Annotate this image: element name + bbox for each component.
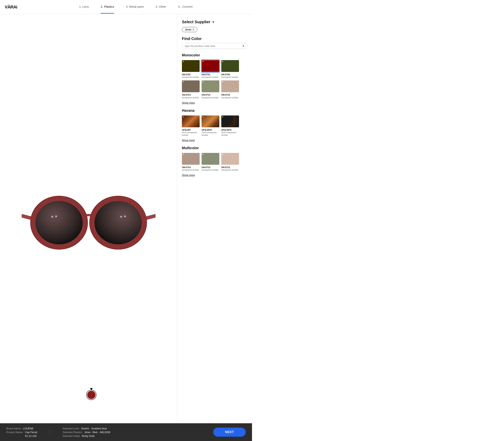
svg-point-3 (35, 201, 83, 244)
selected-plastics-label: Selected Plastics: (63, 431, 83, 434)
header: VÀRAi 1. Lens 2. Plastics 3. Metal parts… (0, 0, 252, 14)
footer-right: NEXT (213, 428, 246, 437)
search-clear-button[interactable]: X (243, 44, 244, 47)
find-color-title: Find Color (182, 36, 247, 41)
selected-lens-label: Selected Lens: (63, 427, 80, 430)
footer-metal-row: Selected metal: Rusty Gold (63, 435, 110, 438)
selected-color-indicator[interactable] (87, 390, 96, 400)
brand-name-label: Brand Name: (6, 427, 21, 430)
havana-show-more[interactable]: Show more (182, 139, 195, 142)
category-havana-title: Havana (182, 109, 247, 113)
supplier-remove-button[interactable]: X (193, 28, 194, 31)
svg-point-6 (51, 216, 53, 218)
footer-product-size-row: Product Name: 52-12-140 (6, 435, 37, 438)
svg-point-7 (55, 215, 57, 217)
category-monocolor-title: Monocolor (182, 53, 247, 57)
sunglasses-svg (22, 177, 156, 260)
footer-brand-name-row: Brand Name: LOUÈNE (6, 427, 37, 430)
svg-point-8 (120, 216, 122, 218)
swatch-un0720[interactable]: UN-0720 transparant acetate (221, 60, 239, 79)
supplier-tag[interactable]: Jimei X (182, 27, 197, 32)
tab-other[interactable]: 4. Other (156, 5, 166, 9)
footer: Brand Name: LOUÈNE Product Name: Cap Fer… (0, 423, 252, 441)
category-multicolor-title: Multicolor (182, 146, 247, 150)
select-supplier-title: Select Supplier ▼ (182, 20, 247, 24)
swatch-mc0713[interactable]: UN-0713 transparant acetate (202, 153, 219, 171)
footer-col-selections: Selected Lens: Shamir - Gradient blue Se… (63, 427, 110, 438)
footer-product-name-row: Product Name: Cap Ferrat (6, 431, 37, 434)
footer-plastics-row: Selected Plastics: Jimei - Red - JM13209 (63, 431, 110, 434)
swatch-ufq007[interactable]: UFQ-007 Semi transparant acetate (182, 115, 200, 136)
next-button[interactable]: NEXT (213, 428, 246, 437)
tab-metal[interactable]: 3. Metal parts (126, 5, 144, 9)
monocolor-grid: UN-0722 transparant acetate UN-0721 tran… (182, 60, 247, 79)
product-name-label: Product Name: (6, 431, 23, 434)
swatch-ufq0075[interactable]: UFQ-0075 Semi transparant acetate (221, 115, 239, 136)
selected-metal-label: Selected metal: (63, 435, 80, 438)
logo: VÀRAi (5, 4, 24, 10)
footer-col-brand: Brand Name: LOUÈNE Product Name: Cap Fer… (6, 427, 37, 438)
product-image-area (0, 14, 177, 423)
svg-point-5 (94, 201, 142, 244)
footer-info: Brand Name: LOUÈNE Product Name: Cap Fer… (6, 427, 213, 438)
product-size-value: 52-12-140 (25, 435, 37, 438)
swatch-un0722[interactable]: UN-0722 transparant acetate (182, 60, 200, 79)
tab-convert[interactable]: 5.. Convert (178, 5, 193, 9)
swatch-un0713[interactable]: UN-0713 transparant acetate (202, 80, 219, 99)
selected-plastics-value: Jimei - Red - JM13209 (84, 431, 110, 434)
color-panel: Select Supplier ▼ Jimei X Find Color X M… (177, 14, 252, 423)
selected-metal-value: Rusty Gold (82, 435, 94, 438)
brand-name-value: LOUÈNE (23, 427, 33, 430)
swatch-un0721[interactable]: UN-0721 transparant acetate (202, 60, 219, 79)
product-name-value: Cap Ferrat (25, 431, 37, 434)
selected-lens-value: Shamir - Gradient blue (81, 427, 107, 430)
swatch-mc0714[interactable]: UN-0714 transparant acetate (182, 153, 200, 171)
swatch-un0714[interactable]: UN-0714 transparant acetate (182, 80, 200, 99)
nav-tabs: 1. Lens 2. Plastics 3. Metal parts 4. Ot… (24, 5, 247, 9)
havana-grid: UFQ-007 Semi transparant acetate UFQ-007… (182, 115, 247, 136)
swatch-un0712[interactable]: UN-0712 transparant acetate (221, 80, 239, 99)
tab-lens[interactable]: 1. Lens (79, 5, 89, 9)
monocolor-show-more[interactable]: Show more (182, 101, 195, 104)
svg-point-9 (124, 215, 126, 217)
monocolor-grid-2: UN-0714 transparant acetate UN-0713 tran… (182, 80, 247, 99)
footer-lens-row: Selected Lens: Shamir - Gradient blue (63, 427, 110, 430)
search-input-wrap: X (182, 43, 247, 49)
swatch-mc0712[interactable]: UN-0712 transparant acetate (221, 153, 239, 171)
tab-plastics[interactable]: 2. Plastics (101, 5, 114, 9)
multicolor-grid: UN-0714 transparant acetate UN-0713 tran… (182, 153, 247, 171)
multicolor-show-more[interactable]: Show more (182, 173, 195, 176)
swatch-ufq0076[interactable]: UFQ-0076 Semi transparant acetate (202, 115, 219, 136)
search-input[interactable] (185, 45, 241, 47)
supplier-dropdown-arrow[interactable]: ▼ (212, 20, 215, 24)
main-content: Select Supplier ▼ Jimei X Find Color X M… (0, 14, 252, 423)
product-panel (0, 14, 177, 423)
